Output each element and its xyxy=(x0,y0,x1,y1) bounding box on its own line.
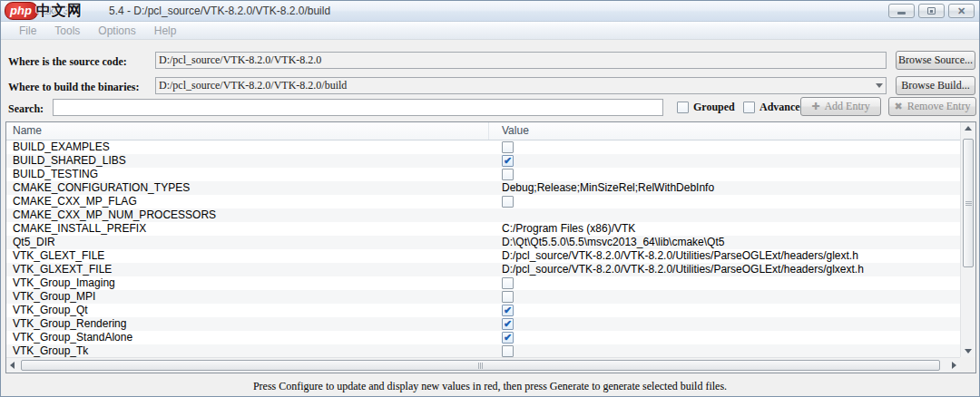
table-row[interactable]: BUILD_EXAMPLES xyxy=(6,140,960,154)
minimize-icon xyxy=(897,12,906,15)
table-row[interactable]: CMAKE_CXX_MP_FLAG xyxy=(6,195,960,208)
vertical-scrollbar[interactable] xyxy=(960,122,975,357)
table-row[interactable]: CMAKE_CXX_MP_NUM_PROCESSORS xyxy=(6,208,960,222)
table-row[interactable]: CMAKE_INSTALL_PREFIXC:/Program Files (x8… xyxy=(6,222,960,236)
php-cn-watermark: php 中文网 xyxy=(5,1,83,21)
row-name[interactable]: BUILD_SHARED_LIBS xyxy=(6,154,489,168)
table-row[interactable]: VTK_Group_Rendering✔ xyxy=(6,317,960,331)
checked-checkbox[interactable]: ✔ xyxy=(502,332,514,344)
row-name[interactable]: CMAKE_CONFIGURATION_TYPES xyxy=(6,181,489,195)
table-row[interactable]: BUILD_TESTING xyxy=(6,168,960,181)
unchecked-checkbox[interactable] xyxy=(502,141,514,153)
add-entry-button[interactable]: ✚ Add Entry xyxy=(800,97,881,116)
table-rows: BUILD_EXAMPLESBUILD_SHARED_LIBS✔BUILD_TE… xyxy=(6,140,960,357)
row-value[interactable]: D:\Qt\Qt5.5.0\5.5\msvc2013_64\lib\cmake\… xyxy=(489,236,960,249)
checked-checkbox[interactable]: ✔ xyxy=(502,318,514,330)
browse-source-button[interactable]: Browse Source... xyxy=(896,51,975,70)
scrollbar-corner xyxy=(960,357,975,373)
table-row[interactable]: VTK_GLEXT_FILED:/pcl_source/VTK-8.2.0/VT… xyxy=(6,249,960,263)
column-header-value[interactable]: Value xyxy=(489,122,960,140)
minimize-button[interactable] xyxy=(888,4,915,18)
close-icon: ✕ xyxy=(957,6,965,16)
row-value[interactable]: D:/pcl_source/VTK-8.2.0/VTK-8.2.0/Utilit… xyxy=(489,263,960,276)
scroll-left-icon[interactable] xyxy=(10,358,15,373)
row-name[interactable]: BUILD_TESTING xyxy=(6,168,489,181)
row-name[interactable]: VTK_GLXEXT_FILE xyxy=(6,263,489,276)
column-header-name[interactable]: Name xyxy=(6,122,489,140)
unchecked-checkbox[interactable] xyxy=(502,345,514,357)
horizontal-scrollbar-thumb[interactable] xyxy=(21,360,940,371)
table-row[interactable]: VTK_GLXEXT_FILED:/pcl_source/VTK-8.2.0/V… xyxy=(6,263,960,276)
table-row[interactable]: VTK_Group_MPI xyxy=(6,290,960,304)
browse-build-button[interactable]: Browse Build... xyxy=(896,76,975,95)
row-name[interactable]: Qt5_DIR xyxy=(6,236,489,249)
table-row[interactable]: VTK_Group_Imaging xyxy=(6,276,960,290)
row-value[interactable]: ✔ xyxy=(489,331,960,344)
row-value[interactable] xyxy=(489,276,960,290)
scroll-down-icon[interactable] xyxy=(961,349,975,353)
build-binaries-label: Where to build the binaries: xyxy=(8,81,139,94)
advanced-checkbox[interactable] xyxy=(743,102,755,113)
unchecked-checkbox[interactable] xyxy=(502,277,514,289)
remove-entry-button[interactable]: ✖ Remove Entry xyxy=(888,97,976,116)
row-value[interactable] xyxy=(489,344,960,357)
row-name[interactable]: BUILD_EXAMPLES xyxy=(6,140,489,154)
watermark-cn-text: 中文网 xyxy=(36,2,83,21)
grouped-checkbox[interactable] xyxy=(677,102,689,113)
dropdown-arrow-icon[interactable] xyxy=(876,83,883,88)
row-value[interactable]: ✔ xyxy=(489,317,960,331)
menu-bar: File Tools Options Help xyxy=(1,22,979,40)
checked-checkbox[interactable]: ✔ xyxy=(502,305,514,316)
row-name[interactable]: VTK_GLEXT_FILE xyxy=(6,249,489,263)
menu-help[interactable]: Help xyxy=(145,23,186,39)
unchecked-checkbox[interactable] xyxy=(502,196,514,208)
maximize-icon xyxy=(927,7,936,15)
row-value[interactable]: C:/Program Files (x86)/VTK xyxy=(489,222,960,236)
search-input[interactable] xyxy=(53,99,663,116)
unchecked-checkbox[interactable] xyxy=(502,291,514,303)
row-value[interactable] xyxy=(489,140,960,154)
table-row[interactable]: CMAKE_CONFIGURATION_TYPESDebug;Release;M… xyxy=(6,181,960,195)
menu-file[interactable]: File xyxy=(10,23,45,39)
row-value[interactable] xyxy=(489,195,960,208)
unchecked-checkbox[interactable] xyxy=(502,169,514,180)
build-path-value: D:/pcl_source/VTK-8.2.0/VTK-8.2.0/build xyxy=(159,79,347,92)
row-value[interactable] xyxy=(489,168,960,181)
plus-icon: ✚ xyxy=(811,102,819,111)
source-path-field[interactable]: D:/pcl_source/VTK-8.2.0/VTK-8.2.0 xyxy=(155,52,887,69)
close-button[interactable]: ✕ xyxy=(948,4,975,18)
checked-checkbox[interactable]: ✔ xyxy=(502,155,514,167)
scroll-up-icon[interactable] xyxy=(961,126,975,131)
row-value[interactable]: D:/pcl_source/VTK-8.2.0/VTK-8.2.0/Utilit… xyxy=(489,249,960,263)
row-name[interactable]: VTK_Group_Tk xyxy=(6,344,489,357)
row-value[interactable]: ✔ xyxy=(489,154,960,168)
menu-tools[interactable]: Tools xyxy=(45,23,89,39)
row-name[interactable]: CMAKE_CXX_MP_NUM_PROCESSORS xyxy=(6,208,489,222)
row-name[interactable]: CMAKE_INSTALL_PREFIX xyxy=(6,222,489,236)
maximize-button[interactable] xyxy=(918,4,945,18)
row-name[interactable]: VTK_Group_MPI xyxy=(6,290,489,304)
table-row[interactable]: BUILD_SHARED_LIBS✔ xyxy=(6,154,960,168)
table-row[interactable]: VTK_Group_StandAlone✔ xyxy=(6,331,960,344)
menu-options[interactable]: Options xyxy=(89,23,144,39)
row-name[interactable]: VTK_Group_Rendering xyxy=(6,317,489,331)
row-value[interactable]: ✔ xyxy=(489,304,960,317)
row-value[interactable] xyxy=(489,208,960,222)
cache-variables-table: Name Value BUILD_EXAMPLESBUILD_SHARED_LI… xyxy=(5,121,976,373)
title-bar[interactable]: cmake 3. php 中文网 5.4 - D:/pcl_source/VTK… xyxy=(1,1,979,22)
table-row[interactable]: VTK_Group_Tk xyxy=(6,344,960,357)
search-label: Search: xyxy=(8,102,44,116)
horizontal-scrollbar[interactable] xyxy=(6,357,960,373)
table-row[interactable]: Qt5_DIRD:\Qt\Qt5.5.0\5.5\msvc2013_64\lib… xyxy=(6,236,960,249)
vertical-scrollbar-thumb[interactable] xyxy=(963,139,974,267)
row-value[interactable] xyxy=(489,290,960,304)
row-name[interactable]: VTK_Group_Imaging xyxy=(6,276,489,290)
table-row[interactable]: VTK_Group_Qt✔ xyxy=(6,304,960,317)
row-value[interactable]: Debug;Release;MinSizeRel;RelWithDebInfo xyxy=(489,181,960,195)
status-message: Press Configure to update and display ne… xyxy=(1,380,979,393)
scroll-right-icon[interactable] xyxy=(952,358,956,373)
row-name[interactable]: CMAKE_CXX_MP_FLAG xyxy=(6,195,489,208)
build-path-combobox[interactable]: D:/pcl_source/VTK-8.2.0/VTK-8.2.0/build xyxy=(155,77,887,94)
row-name[interactable]: VTK_Group_StandAlone xyxy=(6,331,489,344)
row-name[interactable]: VTK_Group_Qt xyxy=(6,304,489,317)
